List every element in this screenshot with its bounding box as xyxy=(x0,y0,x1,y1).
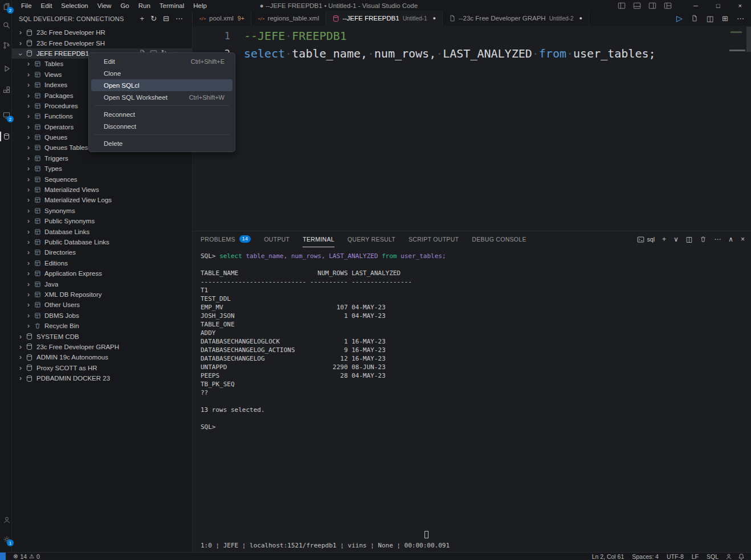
run-and-debug-icon[interactable] xyxy=(2,64,11,73)
chevron-right-icon[interactable]: › xyxy=(25,60,32,68)
refresh-icon[interactable]: ↻ xyxy=(150,15,157,22)
minimize-button[interactable]: ─ xyxy=(684,2,707,10)
chevron-right-icon[interactable]: › xyxy=(25,123,32,131)
customize-layout-icon[interactable]: ⊞ xyxy=(722,15,728,22)
maximize-panel-icon[interactable]: ∧ xyxy=(728,236,733,243)
tree-item-xml-db-repository[interactable]: ›XML DB Repository xyxy=(12,289,192,300)
more-actions-icon[interactable]: ⋯ xyxy=(714,236,721,243)
chevron-right-icon[interactable]: › xyxy=(25,280,32,288)
menu-go[interactable]: Go xyxy=(116,1,133,10)
tree-item-synonyms[interactable]: ›Synonyms xyxy=(12,206,192,216)
chevron-right-icon[interactable]: › xyxy=(25,312,32,320)
chevron-right-icon[interactable]: › xyxy=(25,269,32,277)
run-query-icon[interactable]: ▷ xyxy=(676,14,683,22)
panel-tab-script-output[interactable]: SCRIPT OUTPUT xyxy=(409,231,459,247)
tree-item-materialized-view-logs[interactable]: ›Materialized View Logs xyxy=(12,195,192,205)
split-terminal-icon[interactable]: ◫ xyxy=(686,236,692,243)
chevron-right-icon[interactable]: › xyxy=(17,28,25,36)
more-actions-icon[interactable]: ⋯ xyxy=(737,15,744,22)
dirty-indicator[interactable]: ● xyxy=(432,15,435,21)
chevron-right-icon[interactable]: › xyxy=(25,238,32,246)
chevron-right-icon[interactable]: › xyxy=(25,144,32,152)
problems-status[interactable]: ⊗14⚠0 xyxy=(10,553,43,560)
tree-item-public-database-links[interactable]: ›Public Database Links xyxy=(12,237,192,247)
tree-item-types[interactable]: ›Types xyxy=(12,163,192,174)
menu-edit[interactable]: Edit xyxy=(36,1,57,10)
tree-item-directories[interactable]: ›Directories xyxy=(12,247,192,257)
notifications-bell-icon[interactable] xyxy=(735,553,748,560)
menu-terminal[interactable]: Terminal xyxy=(155,1,189,10)
open-changes-icon[interactable] xyxy=(691,15,698,22)
context-menu-item-open-sqlcl[interactable]: Open SQLcl xyxy=(91,79,232,91)
chevron-right-icon[interactable]: › xyxy=(25,228,32,236)
chevron-right-icon[interactable]: › xyxy=(25,196,32,204)
chevron-right-icon[interactable]: › xyxy=(17,364,25,372)
menu-run[interactable]: Run xyxy=(134,1,155,10)
chevron-right-icon[interactable]: › xyxy=(25,322,32,330)
chevron-right-icon[interactable]: › xyxy=(25,207,32,215)
tab-pool-xml[interactable]: </>pool.xml9+ xyxy=(193,11,251,26)
chevron-right-icon[interactable]: › xyxy=(17,333,25,341)
chevron-right-icon[interactable]: › xyxy=(25,165,32,173)
sql-developer-icon[interactable] xyxy=(2,132,11,141)
chevron-right-icon[interactable]: › xyxy=(25,259,32,267)
remote-indicator[interactable] xyxy=(0,553,6,560)
chevron-right-icon[interactable]: › xyxy=(17,353,25,361)
tree-item-23c-free-developer-sh[interactable]: ›23c Free Developer SH xyxy=(12,38,192,48)
tree-item-23c-free-developer-hr[interactable]: ›23c Free Developer HR xyxy=(12,27,192,38)
dirty-indicator[interactable]: ● xyxy=(579,15,582,21)
indentation[interactable]: Spaces: 4 xyxy=(628,553,663,560)
eol[interactable]: LF xyxy=(688,553,703,560)
chevron-right-icon[interactable]: › xyxy=(25,81,32,89)
tree-item-system-cdb[interactable]: ›SYSTEM CDB xyxy=(12,331,192,341)
toggle-primary-sidebar-icon[interactable] xyxy=(618,2,626,10)
tree-item-dbms-jobs[interactable]: ›DBMS Jobs xyxy=(12,310,192,321)
more-actions-icon[interactable]: ⋯ xyxy=(175,15,183,22)
tree-item-proxy-scott-as-hr[interactable]: ›Proxy SCOTT as HR xyxy=(12,363,192,373)
context-menu-item-edit[interactable]: EditCtrl+Shift+E xyxy=(91,55,232,67)
chevron-right-icon[interactable]: › xyxy=(25,71,32,79)
toggle-secondary-sidebar-icon[interactable] xyxy=(648,2,656,10)
tree-item-triggers[interactable]: ›Triggers xyxy=(12,153,192,163)
panel-tab-terminal[interactable]: TERMINAL xyxy=(303,231,334,247)
close-panel-icon[interactable]: × xyxy=(741,236,745,243)
tab-regions-table-xml[interactable]: </>regions_table.xml xyxy=(251,11,326,26)
minimap[interactable] xyxy=(728,26,746,88)
context-menu-item-disconnect[interactable]: Disconnect xyxy=(91,120,232,132)
tree-item-23c-free-developer-graph[interactable]: ›23c Free Developer GRAPH xyxy=(12,342,192,352)
tree-item-public-synonyms[interactable]: ›Public Synonyms xyxy=(12,216,192,226)
tree-item-java[interactable]: ›Java xyxy=(12,279,192,289)
context-menu-item-clone[interactable]: Clone xyxy=(91,67,232,79)
menu-help[interactable]: Help xyxy=(189,1,211,10)
chevron-down-icon[interactable]: › xyxy=(17,50,25,58)
context-menu-item-delete[interactable]: Delete xyxy=(91,137,232,149)
customize-layout-icon[interactable] xyxy=(664,2,672,10)
context-menu-item-reconnect[interactable]: Reconnect xyxy=(91,108,232,120)
search-icon[interactable] xyxy=(2,21,11,30)
tree-item-application-express[interactable]: ›Application Express xyxy=(12,268,192,279)
menu-view[interactable]: View xyxy=(93,1,116,10)
tree-item-recycle-bin[interactable]: ›Recycle Bin xyxy=(12,321,192,331)
tree-item-admin-19c-autonomous[interactable]: ›ADMIN 19c Autonomous xyxy=(12,352,192,362)
chevron-right-icon[interactable]: › xyxy=(17,374,25,382)
chevron-right-icon[interactable]: › xyxy=(25,301,32,309)
chevron-right-icon[interactable]: › xyxy=(17,343,25,351)
panel-tab-output[interactable]: OUTPUT xyxy=(264,231,289,247)
tree-item-database-links[interactable]: ›Database Links xyxy=(12,226,192,236)
terminal-profiles-dropdown-icon[interactable]: ∨ xyxy=(674,236,679,243)
tree-item-materialized-views[interactable]: ›Materialized Views xyxy=(12,185,192,195)
language-mode[interactable]: SQL xyxy=(703,553,723,560)
toggle-panel-icon[interactable] xyxy=(633,2,641,10)
settings-icon[interactable]: 1 xyxy=(2,534,11,544)
terminal[interactable]: SQL> select table_name, num_rows, LAST_A… xyxy=(193,247,751,552)
panel-tab-problems[interactable]: PROBLEMS14 xyxy=(201,231,251,247)
chevron-right-icon[interactable]: › xyxy=(25,217,32,225)
accounts-icon[interactable] xyxy=(2,515,11,525)
chevron-right-icon[interactable]: › xyxy=(25,102,32,110)
code-editor[interactable]: 1--JEFE·FREEPDB12select·table_name,·num_… xyxy=(193,26,751,231)
chevron-right-icon[interactable]: › xyxy=(25,186,32,194)
tab-jefe-freepdb1[interactable]: --JEFE FREEPDB1Untitled-1● xyxy=(326,11,443,26)
panel-tab-debug-console[interactable]: DEBUG CONSOLE xyxy=(472,231,526,247)
encoding[interactable]: UTF-8 xyxy=(663,553,688,560)
scrollbar-thumb[interactable] xyxy=(746,27,751,52)
